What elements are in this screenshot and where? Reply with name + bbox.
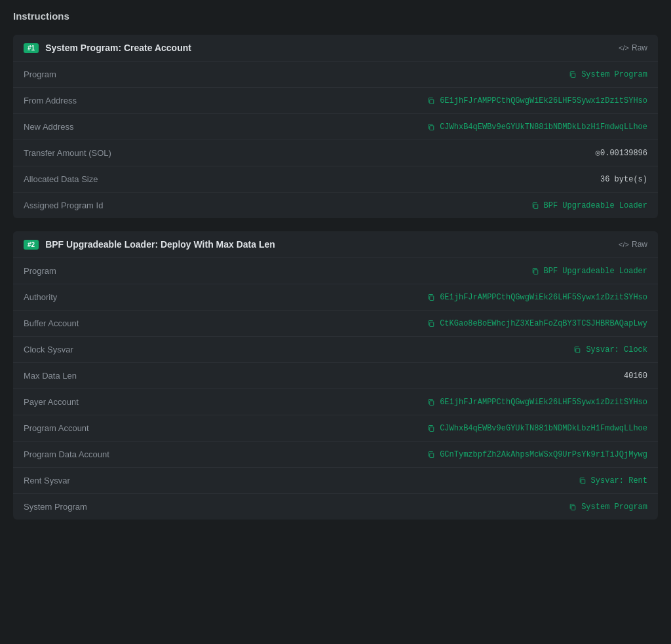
row-label-1-1: From Address [24,96,77,105]
row-value-text-2-3: Sysvar: Clock [586,345,647,354]
row-2-9: System Program System Program [13,494,658,520]
row-value-2-0[interactable]: BPF Upgradeable Loader [531,267,647,276]
row-label-2-7: Program Data Account [24,449,109,459]
row-value-text-1-1: 6E1jhFJrAMPPCthQGwgWiEk26LHF5Sywx1zDzitS… [440,96,647,105]
svg-rect-1 [430,99,434,104]
page-title: Instructions [13,10,658,22]
copy-icon-2-1[interactable] [427,293,436,302]
instruction-header-left-1: #1System Program: Create Account [24,43,191,53]
copy-icon-2-5[interactable] [427,398,436,407]
row-value-1-4: 36 byte(s) [600,175,647,184]
row-2-0: Program BPF Upgradeable Loader [13,258,658,284]
row-label-2-6: Program Account [24,423,89,433]
instruction-title-1: System Program: Create Account [45,43,191,53]
raw-button-1[interactable]: </> Raw [619,43,647,52]
svg-rect-6 [430,322,434,326]
svg-rect-10 [430,453,434,457]
row-label-2-5: Payer Account [24,397,79,407]
copy-icon-1-0[interactable] [568,70,577,79]
row-value-2-7[interactable]: GCnTymzbpfZh2AkAhpsMcWSxQ9UrPsYk9riTiJQj… [427,450,647,459]
row-label-2-8: Rent Sysvar [24,476,70,485]
row-value-1-0[interactable]: System Program [568,70,647,79]
row-value-2-5[interactable]: 6E1jhFJrAMPPCthQGwgWiEk26LHF5Sywx1zDzitS… [427,398,647,407]
svg-rect-3 [533,204,537,208]
copy-icon-1-5[interactable] [531,201,540,210]
row-label-1-0: Program [24,69,56,79]
row-label-2-9: System Program [24,502,87,512]
instruction-badge-2: #2 [24,240,39,250]
svg-rect-0 [571,73,575,77]
row-label-2-2: Buffer Account [24,318,79,328]
row-value-1-5[interactable]: BPF Upgradeable Loader [531,201,647,210]
row-value-1-2[interactable]: CJWhxB4qEWBv9eGYUkTN881bNDMDkLbzH1FmdwqL… [427,123,647,132]
row-label-1-4: Allocated Data Size [24,174,98,184]
svg-rect-8 [430,400,434,405]
row-value-text-2-5: 6E1jhFJrAMPPCthQGwgWiEk26LHF5Sywx1zDzitS… [440,398,647,407]
row-label-2-1: Authority [24,292,57,302]
copy-icon-1-1[interactable] [427,96,436,105]
row-label-1-2: New Address [24,122,74,132]
row-value-2-2[interactable]: CtKGao8eBoEWhcjhZ3XEahFoZqBY3TCSJHBRBAQa… [427,319,647,328]
row-value-text-1-3: ◎0.00139896 [596,148,647,158]
row-2-1: Authority 6E1jhFJrAMPPCthQGwgWiEk26LHF5S… [13,284,658,311]
row-label-1-5: Assigned Program Id [24,200,103,210]
row-value-text-2-4: 40160 [624,371,647,381]
row-value-text-2-7: GCnTymzbpfZh2AkAhpsMcWSxQ9UrPsYk9riTiJQj… [440,450,647,459]
code-icon-2: </> [619,240,629,248]
row-1-3: Transfer Amount (SOL)◎0.00139896 [13,140,658,166]
row-2-2: Buffer Account CtKGao8eBoEWhcjhZ3XEahFoZ… [13,311,658,337]
instruction-header-2: #2BPF Upgradeable Loader: Deploy With Ma… [13,231,658,258]
row-1-2: New Address CJWhxB4qEWBv9eGYUkTN881bNDMD… [13,114,658,140]
copy-icon-2-7[interactable] [427,450,436,459]
row-value-2-8[interactable]: Sysvar: Rent [578,476,647,485]
row-value-2-1[interactable]: 6E1jhFJrAMPPCthQGwgWiEk26LHF5Sywx1zDzitS… [427,293,647,302]
instruction-title-2: BPF Upgradeable Loader: Deploy With Max … [45,239,275,250]
copy-icon-2-2[interactable] [427,319,436,328]
row-2-5: Payer Account 6E1jhFJrAMPPCthQGwgWiEk26L… [13,389,658,415]
row-value-text-1-2: CJWhxB4qEWBv9eGYUkTN881bNDMDkLbzH1FmdwqL… [440,123,647,132]
svg-rect-4 [533,269,537,274]
svg-rect-7 [576,348,580,352]
row-2-3: Clock Sysvar Sysvar: Clock [13,337,658,363]
svg-rect-12 [571,505,575,510]
row-value-1-1[interactable]: 6E1jhFJrAMPPCthQGwgWiEk26LHF5Sywx1zDzitS… [427,96,647,105]
svg-rect-11 [581,479,585,483]
instruction-block-1: #1System Program: Create Account</> RawP… [13,35,658,218]
row-value-2-6[interactable]: CJWhxB4qEWBv9eGYUkTN881bNDMDkLbzH1FmdwqL… [427,424,647,433]
code-icon-1: </> [619,44,629,52]
row-1-5: Assigned Program Id BPF Upgradeable Load… [13,193,658,218]
row-value-text-2-8: Sysvar: Rent [591,476,647,485]
copy-icon-2-6[interactable] [427,424,436,433]
row-label-2-4: Max Data Len [24,371,77,381]
svg-rect-5 [430,295,434,300]
copy-icon-2-9[interactable] [568,502,577,512]
instruction-header-1: #1System Program: Create Account</> Raw [13,35,658,62]
row-value-1-3: ◎0.00139896 [596,148,647,158]
row-label-2-0: Program [24,266,56,276]
copy-icon-2-3[interactable] [573,345,582,354]
row-1-1: From Address 6E1jhFJrAMPPCthQGwgWiEk26LH… [13,88,658,114]
instruction-badge-1: #1 [24,43,39,53]
row-value-2-3[interactable]: Sysvar: Clock [573,345,647,354]
row-value-text-2-2: CtKGao8eBoEWhcjhZ3XEahFoZqBY3TCSJHBRBAQa… [440,319,647,328]
row-2-8: Rent Sysvar Sysvar: Rent [13,468,658,494]
row-value-text-1-4: 36 byte(s) [600,175,647,184]
row-1-0: Program System Program [13,62,658,88]
row-label-2-3: Clock Sysvar [24,345,73,354]
row-value-text-2-0: BPF Upgradeable Loader [544,267,647,276]
copy-icon-2-8[interactable] [578,476,587,485]
raw-button-2[interactable]: </> Raw [619,240,647,249]
instruction-block-2: #2BPF Upgradeable Loader: Deploy With Ma… [13,231,658,520]
row-value-text-2-1: 6E1jhFJrAMPPCthQGwgWiEk26LHF5Sywx1zDzitS… [440,293,647,302]
row-value-text-1-5: BPF Upgradeable Loader [544,201,647,210]
copy-icon-1-2[interactable] [427,123,436,132]
row-2-7: Program Data Account GCnTymzbpfZh2AkAhps… [13,442,658,468]
row-value-2-4: 40160 [624,371,647,381]
row-2-4: Max Data Len40160 [13,363,658,389]
row-value-2-9[interactable]: System Program [568,502,647,512]
row-value-text-2-9: System Program [581,502,647,512]
row-1-4: Allocated Data Size36 byte(s) [13,166,658,193]
row-value-text-1-0: System Program [581,70,647,79]
copy-icon-2-0[interactable] [531,267,540,276]
instruction-header-left-2: #2BPF Upgradeable Loader: Deploy With Ma… [24,239,275,250]
